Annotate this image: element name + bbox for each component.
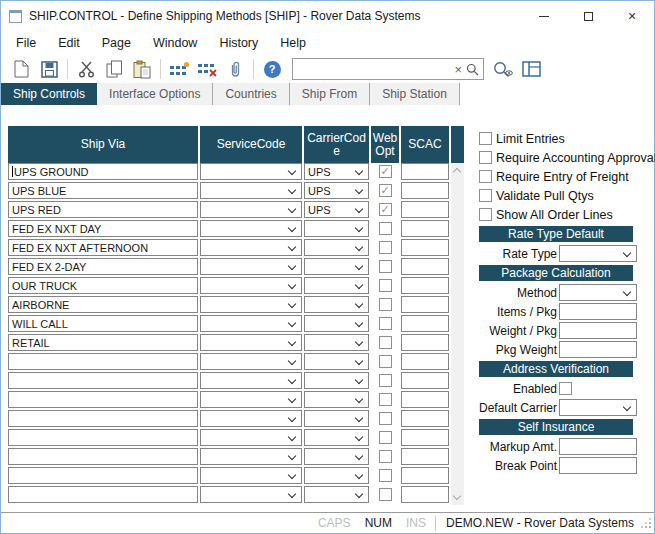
ship-via-cell[interactable]: AIRBORNE — [8, 296, 198, 313]
tab-ship-station[interactable]: Ship Station — [370, 83, 460, 105]
help-button[interactable]: ? — [261, 58, 283, 80]
zoom-view-button[interactable] — [492, 58, 514, 80]
web-opt-checkbox[interactable] — [379, 393, 392, 406]
scac-cell[interactable] — [401, 467, 449, 484]
scac-cell[interactable] — [401, 391, 449, 408]
web-opt-checkbox[interactable] — [379, 355, 392, 368]
scac-cell[interactable] — [401, 296, 449, 313]
service-code-select[interactable] — [200, 448, 302, 465]
carrier-code-select[interactable] — [304, 277, 369, 294]
service-code-select[interactable] — [200, 296, 302, 313]
scac-cell[interactable] — [401, 334, 449, 351]
insert-row-button[interactable] — [168, 58, 190, 80]
save-button[interactable] — [38, 58, 60, 80]
cut-button[interactable] — [75, 58, 97, 80]
ship-via-cell[interactable] — [8, 353, 198, 370]
carrier-code-select[interactable] — [304, 429, 369, 446]
menu-item-window[interactable]: Window — [142, 31, 208, 55]
web-opt-checkbox[interactable] — [379, 431, 392, 444]
carrier-code-select[interactable] — [304, 296, 369, 313]
service-code-select[interactable] — [200, 220, 302, 237]
scac-cell[interactable] — [401, 410, 449, 427]
web-opt-checkbox[interactable]: ✓ — [379, 184, 392, 197]
web-opt-checkbox[interactable] — [379, 222, 392, 235]
scac-cell[interactable] — [401, 239, 449, 256]
service-code-select[interactable] — [200, 391, 302, 408]
scac-cell[interactable] — [401, 258, 449, 275]
web-opt-checkbox[interactable] — [379, 469, 392, 482]
ship-via-cell[interactable]: OUR TRUCK — [8, 277, 198, 294]
web-opt-checkbox[interactable] — [379, 488, 392, 501]
scac-cell[interactable] — [401, 163, 449, 180]
carrier-code-select[interactable] — [304, 391, 369, 408]
ship-via-cell[interactable]: RETAIL — [8, 334, 198, 351]
web-opt-checkbox[interactable] — [379, 336, 392, 349]
ship-via-cell[interactable]: UPS BLUE — [8, 182, 198, 199]
service-code-select[interactable] — [200, 201, 302, 218]
method-select[interactable] — [559, 284, 637, 301]
scac-cell[interactable] — [401, 182, 449, 199]
scac-cell[interactable] — [401, 372, 449, 389]
service-code-select[interactable] — [200, 353, 302, 370]
web-opt-checkbox[interactable] — [379, 450, 392, 463]
service-code-select[interactable] — [200, 182, 302, 199]
carrier-code-select[interactable] — [304, 353, 369, 370]
search-input[interactable] — [293, 60, 450, 78]
ship-via-cell[interactable]: FED EX NXT DAY — [8, 220, 198, 237]
ship-via-cell[interactable] — [8, 391, 198, 408]
carrier-code-select[interactable] — [304, 448, 369, 465]
scac-cell[interactable] — [401, 277, 449, 294]
carrier-code-select[interactable] — [304, 239, 369, 256]
minimize-button[interactable] — [522, 1, 566, 31]
ship-via-cell[interactable] — [8, 467, 198, 484]
ship-via-cell[interactable] — [8, 486, 198, 503]
ship-via-cell[interactable] — [8, 410, 198, 427]
scac-cell[interactable] — [401, 429, 449, 446]
maximize-button[interactable] — [566, 1, 610, 31]
ship-via-cell[interactable]: WILL CALL — [8, 315, 198, 332]
carrier-code-select[interactable]: UPS — [304, 163, 369, 180]
web-opt-checkbox[interactable] — [379, 317, 392, 330]
service-code-select[interactable] — [200, 258, 302, 275]
menu-item-edit[interactable]: Edit — [47, 31, 91, 55]
web-opt-checkbox[interactable]: ✓ — [379, 203, 392, 216]
tab-ship-controls[interactable]: Ship Controls — [1, 83, 97, 105]
tab-ship-from[interactable]: Ship From — [290, 83, 370, 105]
clear-search-icon[interactable]: × — [450, 63, 466, 76]
service-code-select[interactable] — [200, 467, 302, 484]
tab-interface-options[interactable]: Interface Options — [97, 83, 213, 105]
web-opt-checkbox[interactable] — [379, 298, 392, 311]
ship-via-cell[interactable] — [8, 429, 198, 446]
ship-via-cell[interactable] — [8, 448, 198, 465]
menu-item-history[interactable]: History — [208, 31, 269, 55]
items-pkg-input[interactable] — [559, 303, 637, 320]
checkbox-limit-entries[interactable] — [479, 132, 492, 145]
carrier-code-select[interactable] — [304, 372, 369, 389]
checkbox-require-accounting-approval[interactable] — [479, 151, 492, 164]
ship-via-cell[interactable]: UPS RED — [8, 201, 198, 218]
ship-via-cell[interactable]: FED EX NXT AFTERNOON — [8, 239, 198, 256]
rate-type-select[interactable] — [559, 245, 637, 262]
service-code-select[interactable] — [200, 163, 302, 180]
paste-button[interactable] — [131, 58, 153, 80]
carrier-code-select[interactable]: UPS — [304, 182, 369, 199]
service-code-select[interactable] — [200, 239, 302, 256]
scac-cell[interactable] — [401, 486, 449, 503]
carrier-code-select[interactable] — [304, 486, 369, 503]
window-layout-button[interactable] — [520, 58, 542, 80]
service-code-select[interactable] — [200, 429, 302, 446]
ship-via-cell[interactable]: FED EX 2-DAY — [8, 258, 198, 275]
ship-via-cell[interactable]: UPS GROUND — [8, 163, 198, 180]
menu-item-page[interactable]: Page — [91, 31, 142, 55]
web-opt-checkbox[interactable]: ✓ — [379, 165, 392, 178]
close-button[interactable]: × — [610, 1, 654, 31]
carrier-code-select[interactable] — [304, 220, 369, 237]
service-code-select[interactable] — [200, 334, 302, 351]
service-code-select[interactable] — [200, 315, 302, 332]
service-code-select[interactable] — [200, 410, 302, 427]
scroll-up-icon[interactable] — [453, 168, 461, 176]
checkbox-validate-pull-qtys[interactable] — [479, 189, 492, 202]
default-carrier-select[interactable] — [559, 399, 637, 416]
delete-row-button[interactable] — [196, 58, 218, 80]
service-code-select[interactable] — [200, 486, 302, 503]
